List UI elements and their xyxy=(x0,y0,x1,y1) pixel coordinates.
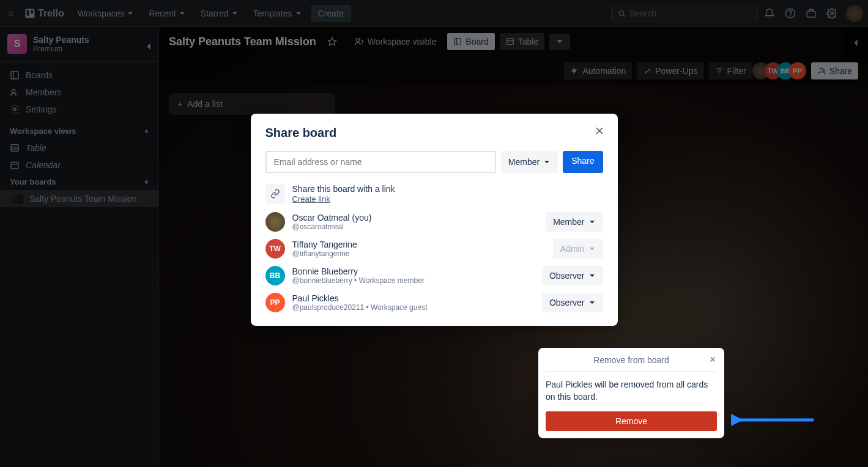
member-role-select: Admin xyxy=(553,239,603,259)
popover-title: Remove from board xyxy=(546,355,717,372)
remove-confirm-button[interactable]: Remove xyxy=(546,411,717,431)
chevron-down-icon xyxy=(588,245,596,252)
member-role-select[interactable]: Member xyxy=(546,212,603,232)
close-icon xyxy=(593,125,606,137)
chevron-down-icon xyxy=(588,218,596,226)
member-handle: @bonnieblueberry • Workspace member xyxy=(292,276,425,285)
share-board-modal: Share board Member Share Share this boar… xyxy=(251,114,618,326)
role-label: Observer xyxy=(549,298,585,307)
modal-overlay: Share board Member Share Share this boar… xyxy=(0,0,868,467)
role-label: Admin xyxy=(560,244,585,254)
member-list: Oscar Oatmeal (you) @oscaroatmeal Member… xyxy=(265,212,603,312)
modal-close-button[interactable] xyxy=(593,125,606,137)
member-row-oscar: Oscar Oatmeal (you) @oscaroatmeal Member xyxy=(265,212,603,232)
member-handle: @paulsproduce20211 • Workspace guest xyxy=(292,303,428,312)
share-link-row: Share this board with a link Create link xyxy=(265,184,603,204)
member-role-select[interactable]: Observer xyxy=(542,266,603,285)
member-name: Bonnie Blueberry xyxy=(292,267,425,276)
invite-input[interactable] xyxy=(265,151,496,173)
invite-role-select[interactable]: Member xyxy=(501,151,558,173)
member-handle: @oscaroatmeal xyxy=(292,222,372,231)
remove-member-popover: Remove from board Paul Pickles will be r… xyxy=(538,348,724,438)
link-icon xyxy=(265,184,285,204)
member-row-tiffany: TW Tiffany Tangerine @tiffanytangerine A… xyxy=(265,239,603,259)
avatar xyxy=(265,212,285,232)
chevron-down-icon xyxy=(588,272,596,279)
role-label: Observer xyxy=(549,271,585,281)
member-name: Oscar Oatmeal (you) xyxy=(292,213,372,222)
modal-title: Share board xyxy=(265,126,603,140)
invite-role-label: Member xyxy=(508,157,540,167)
member-name: Paul Pickles xyxy=(292,293,428,303)
role-label: Member xyxy=(553,217,584,227)
avatar: TW xyxy=(265,239,285,259)
popover-title-text: Remove from board xyxy=(593,355,669,365)
close-icon xyxy=(708,355,717,364)
member-name: Tiffany Tangerine xyxy=(292,240,357,249)
member-row-paul: PP Paul Pickles @paulsproduce20211 • Wor… xyxy=(265,293,603,312)
popover-text: Paul Pickles will be removed from all ca… xyxy=(546,379,717,403)
share-submit-button[interactable]: Share xyxy=(563,151,603,173)
link-title: Share this board with a link xyxy=(292,184,395,194)
chevron-down-icon xyxy=(588,299,596,306)
avatar: PP xyxy=(265,293,285,312)
avatar: BB xyxy=(265,266,285,285)
member-handle: @tiffanytangerine xyxy=(292,249,357,258)
member-row-bonnie: BB Bonnie Blueberry @bonnieblueberry • W… xyxy=(265,266,603,285)
popover-close-button[interactable] xyxy=(708,355,717,364)
create-link-button[interactable]: Create link xyxy=(292,194,330,204)
chevron-down-icon xyxy=(543,158,551,166)
member-role-select[interactable]: Observer xyxy=(542,293,603,312)
